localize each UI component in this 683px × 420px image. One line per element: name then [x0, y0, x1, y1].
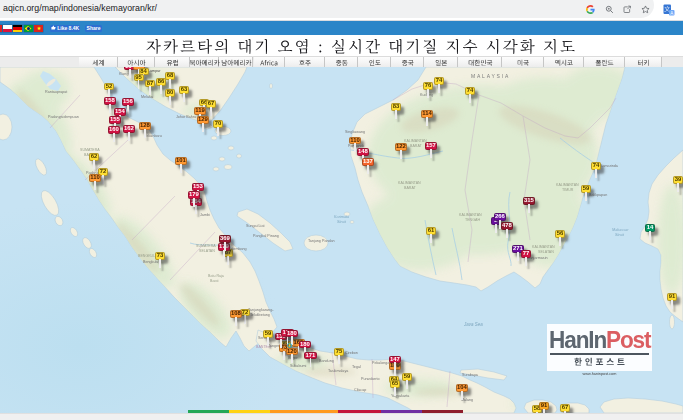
svg-text:Makassar: Makassar [612, 228, 629, 232]
svg-text:BARAT: BARAT [410, 144, 423, 148]
svg-text:Samarinda: Samarinda [600, 164, 619, 168]
svg-text:Klang: Klang [119, 72, 128, 76]
svg-text:KALIMANTAN: KALIMANTAN [404, 139, 427, 143]
svg-text:Tegal: Tegal [352, 365, 361, 369]
svg-text:Lumpur: Lumpur [148, 69, 161, 73]
svg-text:Balikpapan: Balikpapan [589, 193, 607, 197]
svg-text:Tanjungkarang-: Tanjungkarang- [248, 308, 274, 312]
svg-text:BANTEN: BANTEN [256, 345, 271, 349]
svg-text:Purwokerto: Purwokerto [361, 377, 380, 381]
svg-text:Jambi: Jambi [200, 213, 210, 217]
svg-text:Telukbetung: Telukbetung [250, 313, 270, 317]
svg-text:TIMUR: TIMUR [562, 188, 574, 192]
svg-text:KALIMANTAN: KALIMANTAN [398, 181, 421, 185]
svg-text:Padangsidempuan: Padangsidempuan [48, 115, 79, 119]
svg-text:SUMATERA: SUMATERA [80, 148, 100, 152]
svg-text:Cilacap: Cilacap [354, 388, 366, 392]
svg-text:MALAYSIA: MALAYSIA [471, 73, 510, 79]
svg-text:Java Sea: Java Sea [463, 322, 483, 327]
svg-text:A: A [670, 11, 673, 16]
svg-text:Barat: Barat [210, 279, 219, 283]
svg-text:Pekanbaru: Pekanbaru [144, 134, 162, 138]
svg-text:Cirebon: Cirebon [345, 351, 358, 355]
svg-text:KALIMANTAN: KALIMANTAN [556, 183, 579, 187]
svg-text:SELATAN: SELATAN [538, 250, 554, 254]
svg-text:SELATAN: SELATAN [199, 249, 215, 253]
svg-text:Bengkulu: Bengkulu [143, 260, 158, 264]
svg-text:Malang: Malang [461, 398, 473, 402]
svg-text:Singkawang: Singkawang [345, 130, 365, 134]
svg-text:Surabaya: Surabaya [462, 373, 479, 377]
svg-text:Sukabumi: Sukabumi [290, 364, 307, 368]
svg-text:Strait: Strait [615, 233, 625, 237]
svg-text:Bogor: Bogor [288, 356, 299, 360]
svg-text:Johor Bahru: Johor Bahru [176, 115, 196, 119]
svg-text:Tasikmalaya: Tasikmalaya [328, 369, 349, 373]
svg-text:SUMATERA: SUMATERA [196, 244, 216, 248]
svg-text:Karimata: Karimata [334, 215, 349, 219]
svg-text:KALIMANTAN: KALIMANTAN [532, 245, 555, 249]
svg-text:BARAT: BARAT [404, 186, 417, 190]
svg-text:Pangkal Pinang: Pangkal Pinang [253, 234, 279, 238]
svg-text:Tanjung Pandan: Tanjung Pandan [308, 239, 335, 243]
svg-text:Batu Raja: Batu Raja [208, 274, 224, 278]
svg-text:Sungai Liat: Sungai Liat [246, 224, 264, 228]
svg-text:Rantauprapat: Rantauprapat [45, 90, 67, 94]
svg-text:Bandung: Bandung [319, 359, 334, 363]
svg-text:Melaka: Melaka [141, 95, 154, 99]
svg-text:KALIMANTAN: KALIMANTAN [459, 213, 482, 217]
svg-text:Strait: Strait [337, 220, 347, 224]
svg-text:TENGAH: TENGAH [465, 218, 480, 222]
